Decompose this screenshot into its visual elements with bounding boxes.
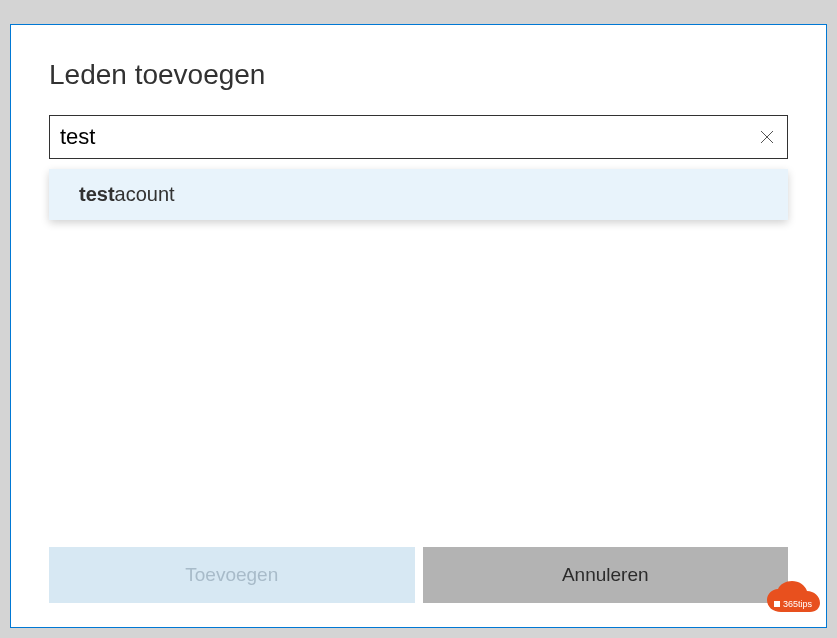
search-field[interactable]	[49, 115, 788, 159]
dialog-content: Leden toevoegen testacount Toevoegen	[11, 25, 826, 627]
cancel-button[interactable]: Annuleren	[423, 547, 789, 603]
cloud-icon: 365tips	[763, 580, 825, 622]
suggestion-match: test	[79, 183, 115, 205]
search-input[interactable]	[60, 124, 747, 150]
add-button[interactable]: Toevoegen	[49, 547, 415, 603]
search-wrapper: testacount	[49, 115, 788, 159]
suggestion-item[interactable]: testacount	[49, 169, 788, 220]
suggestion-rest: acount	[115, 183, 175, 205]
add-members-dialog: Leden toevoegen testacount Toevoegen	[10, 24, 827, 628]
clear-search-button[interactable]	[757, 127, 777, 147]
watermark-label: 365tips	[783, 599, 813, 609]
dialog-footer: Toevoegen Annuleren	[49, 547, 788, 603]
close-icon	[760, 130, 774, 144]
svg-rect-2	[774, 601, 780, 607]
dialog-title: Leden toevoegen	[49, 59, 788, 91]
watermark-badge: 365tips	[763, 580, 825, 622]
suggestions-dropdown: testacount	[49, 169, 788, 220]
